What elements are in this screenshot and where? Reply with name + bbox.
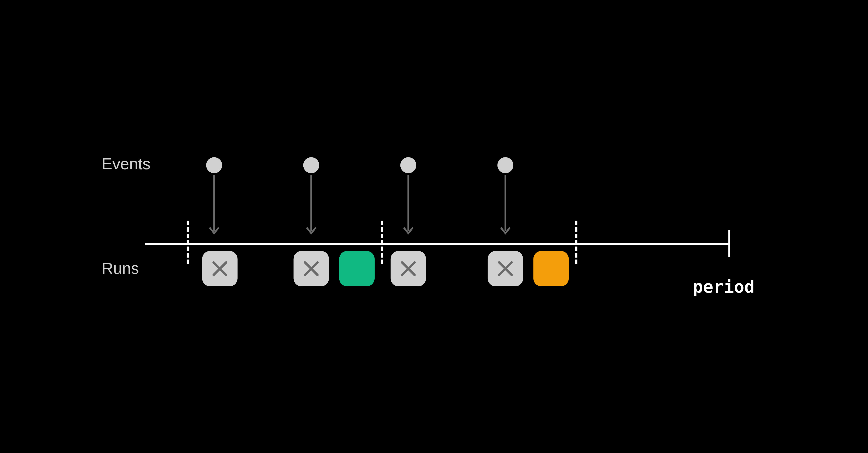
arrow-down-icon: [306, 175, 317, 240]
period-marker: [575, 221, 577, 264]
runs-label: Runs: [102, 259, 139, 278]
run-pending: [533, 251, 569, 286]
period-label: period: [692, 277, 754, 296]
event-dot: [400, 157, 416, 173]
x-icon: [302, 259, 321, 278]
x-icon: [210, 259, 229, 278]
arrow-down-icon: [500, 175, 511, 240]
run-cancelled: [202, 251, 238, 286]
run-success: [339, 251, 375, 286]
run-cancelled: [293, 251, 329, 286]
x-icon: [496, 259, 515, 278]
timeline-axis-end: [728, 230, 730, 257]
arrow-down-icon: [208, 175, 220, 240]
period-marker: [381, 221, 383, 264]
event-dot: [206, 157, 222, 173]
event-dot: [303, 157, 319, 173]
timeline-axis: [145, 243, 729, 245]
arrow-down-icon: [403, 175, 414, 240]
event-dot: [497, 157, 514, 173]
diagram-canvas: Events Runs period: [0, 0, 868, 453]
x-icon: [399, 259, 418, 278]
run-cancelled: [488, 251, 523, 286]
run-cancelled: [391, 251, 426, 286]
events-label: Events: [102, 155, 151, 173]
period-marker: [187, 221, 189, 264]
